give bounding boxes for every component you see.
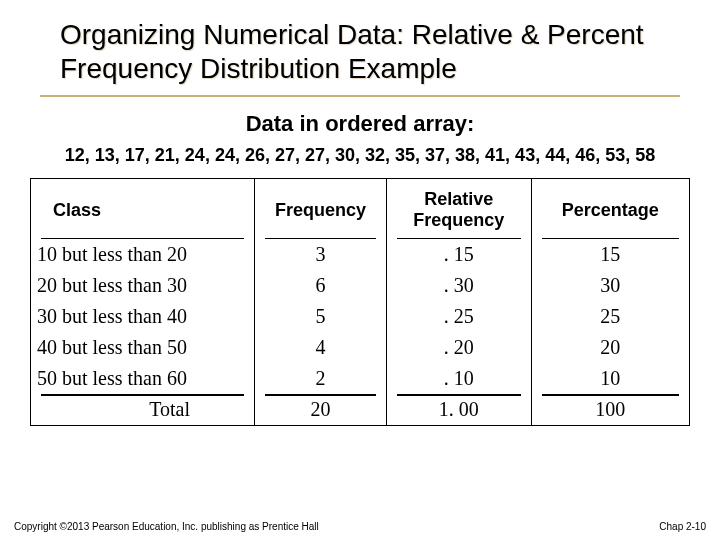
col-relative-label: Relative Frequency — [413, 189, 504, 230]
col-percentage: Percentage — [531, 179, 689, 239]
col-frequency: Frequency — [255, 179, 387, 239]
col-percentage-label: Percentage — [562, 200, 659, 220]
page-number: Chap 2-10 — [659, 521, 706, 532]
table-row: 50 but less than 60 2 . 10 10 — [31, 363, 689, 394]
col-relative: Relative Frequency — [386, 179, 531, 239]
cell-class: 40 but less than 50 — [31, 332, 255, 363]
cell-relative: . 25 — [386, 301, 531, 332]
title-underline — [40, 95, 680, 97]
copyright-text: Copyright ©2013 Pearson Education, Inc. … — [14, 521, 319, 532]
table-total-row: Total 20 1. 00 100 — [31, 394, 689, 425]
table-row: 30 but less than 40 5 . 25 25 — [31, 301, 689, 332]
total-relative: 1. 00 — [386, 394, 531, 425]
cell-percentage: 25 — [531, 301, 689, 332]
cell-frequency: 6 — [255, 270, 387, 301]
cell-class: 10 but less than 20 — [31, 239, 255, 270]
table-row: 20 but less than 30 6 . 30 30 — [31, 270, 689, 301]
cell-percentage: 15 — [531, 239, 689, 270]
cell-percentage: 30 — [531, 270, 689, 301]
table-row: 10 but less than 20 3 . 15 15 — [31, 239, 689, 270]
frequency-table: Class Frequency Relative Frequency Perce… — [30, 178, 690, 426]
ordered-array: 12, 13, 17, 21, 24, 24, 26, 27, 27, 30, … — [0, 145, 720, 166]
total-frequency: 20 — [255, 394, 387, 425]
slide-footer: Copyright ©2013 Pearson Education, Inc. … — [14, 521, 706, 532]
cell-relative: . 20 — [386, 332, 531, 363]
col-frequency-label: Frequency — [275, 200, 366, 220]
total-label: Total — [31, 394, 255, 425]
total-percentage: 100 — [531, 394, 689, 425]
cell-frequency: 5 — [255, 301, 387, 332]
table-row: 40 but less than 50 4 . 20 20 — [31, 332, 689, 363]
cell-percentage: 20 — [531, 332, 689, 363]
table-header-row: Class Frequency Relative Frequency Perce… — [31, 179, 689, 239]
cell-frequency: 3 — [255, 239, 387, 270]
col-class: Class — [31, 179, 255, 239]
cell-relative: . 15 — [386, 239, 531, 270]
cell-frequency: 4 — [255, 332, 387, 363]
cell-class: 50 but less than 60 — [31, 363, 255, 394]
col-class-label: Class — [53, 200, 101, 220]
cell-frequency: 2 — [255, 363, 387, 394]
cell-relative: . 10 — [386, 363, 531, 394]
cell-class: 30 but less than 40 — [31, 301, 255, 332]
subheading: Data in ordered array: — [0, 111, 720, 137]
slide-title: Organizing Numerical Data: Relative & Pe… — [0, 0, 720, 91]
cell-relative: . 30 — [386, 270, 531, 301]
cell-class: 20 but less than 30 — [31, 270, 255, 301]
cell-percentage: 10 — [531, 363, 689, 394]
